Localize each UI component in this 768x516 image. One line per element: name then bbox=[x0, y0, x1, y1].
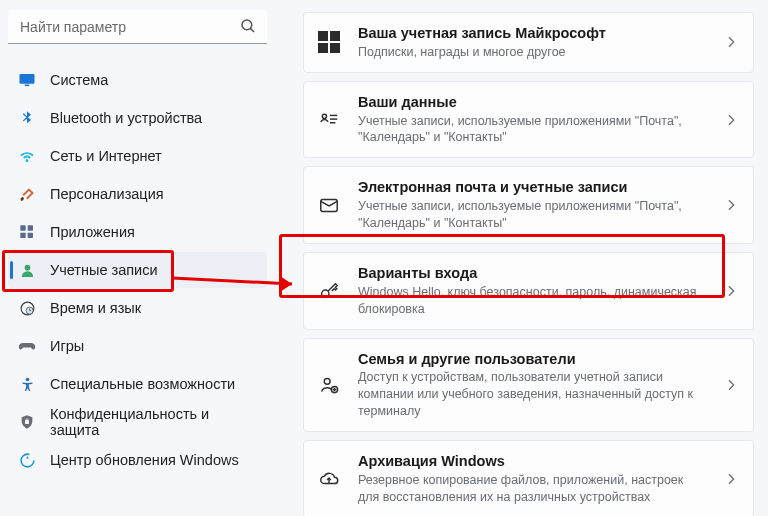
sidebar: Система Bluetooth и устройства Сеть и Ин… bbox=[0, 0, 275, 516]
card-subtitle: Доступ к устройствам, пользователи учетн… bbox=[358, 369, 705, 420]
svg-rect-4 bbox=[20, 225, 25, 230]
nav-label: Центр обновления Windows bbox=[50, 452, 239, 468]
nav-label: Приложения bbox=[50, 224, 135, 240]
svg-point-11 bbox=[25, 377, 29, 381]
id-card-icon bbox=[318, 109, 340, 131]
windows-update-icon bbox=[18, 451, 36, 469]
card-ms-account[interactable]: Ваша учетная запись Майкрософт Подписки,… bbox=[303, 12, 754, 73]
chevron-right-icon bbox=[723, 112, 739, 128]
card-title: Ваши данные bbox=[358, 93, 705, 112]
chevron-right-icon bbox=[723, 34, 739, 50]
chevron-right-icon bbox=[723, 197, 739, 213]
nav-label: Система bbox=[50, 72, 108, 88]
chevron-right-icon bbox=[723, 283, 739, 299]
svg-rect-2 bbox=[20, 74, 35, 84]
card-subtitle: Учетные записи, используемые приложениям… bbox=[358, 198, 705, 232]
cloud-backup-icon bbox=[318, 468, 340, 490]
nav-item-bluetooth[interactable]: Bluetooth и устройства bbox=[8, 100, 267, 136]
card-title: Семья и другие пользователи bbox=[358, 350, 705, 369]
nav-item-time[interactable]: Время и язык bbox=[8, 290, 267, 326]
nav-item-update[interactable]: Центр обновления Windows bbox=[8, 442, 267, 478]
bluetooth-icon bbox=[18, 109, 36, 127]
svg-rect-17 bbox=[318, 43, 328, 53]
svg-point-24 bbox=[322, 290, 329, 297]
nav-item-personalization[interactable]: Персонализация bbox=[8, 176, 267, 212]
person-icon bbox=[18, 261, 36, 279]
nav-label: Учетные записи bbox=[50, 262, 158, 278]
apps-icon bbox=[18, 223, 36, 241]
svg-point-8 bbox=[24, 264, 30, 270]
search-icon bbox=[239, 17, 257, 35]
wifi-icon bbox=[18, 147, 36, 165]
system-icon bbox=[18, 71, 36, 89]
svg-point-25 bbox=[324, 378, 330, 384]
nav-item-accessibility[interactable]: Специальные возможности bbox=[8, 366, 267, 402]
key-icon bbox=[318, 280, 340, 302]
nav-list: Система Bluetooth и устройства Сеть и Ин… bbox=[8, 62, 267, 478]
svg-point-19 bbox=[322, 114, 326, 118]
card-subtitle: Учетные записи, используемые приложениям… bbox=[358, 113, 705, 147]
card-subtitle: Резервное копирование файлов, приложений… bbox=[358, 472, 705, 506]
nav-label: Персонализация bbox=[50, 186, 164, 202]
nav-label: Игры bbox=[50, 338, 84, 354]
card-title: Варианты входа bbox=[358, 264, 705, 283]
svg-rect-16 bbox=[330, 31, 340, 41]
people-add-icon bbox=[318, 374, 340, 396]
card-signin-options[interactable]: Варианты входа Windows Hello, ключ безоп… bbox=[303, 252, 754, 330]
card-title: Электронная почта и учетные записи bbox=[358, 178, 705, 197]
accessibility-icon bbox=[18, 375, 36, 393]
svg-point-0 bbox=[242, 20, 252, 30]
gamepad-icon bbox=[18, 337, 36, 355]
svg-rect-18 bbox=[330, 43, 340, 53]
chevron-right-icon bbox=[723, 377, 739, 393]
svg-rect-3 bbox=[25, 85, 30, 87]
search-wrap bbox=[8, 10, 267, 44]
search-input[interactable] bbox=[8, 10, 267, 44]
card-family[interactable]: Семья и другие пользователи Доступ к уст… bbox=[303, 338, 754, 432]
svg-rect-7 bbox=[28, 233, 33, 238]
svg-rect-15 bbox=[318, 31, 328, 41]
nav-label: Время и язык bbox=[50, 300, 141, 316]
nav-item-gaming[interactable]: Игры bbox=[8, 328, 267, 364]
nav-item-network[interactable]: Сеть и Интернет bbox=[8, 138, 267, 174]
card-email-accounts[interactable]: Электронная почта и учетные записи Учетн… bbox=[303, 166, 754, 244]
globe-clock-icon bbox=[18, 299, 36, 317]
card-subtitle: Подписки, награды и многое другое bbox=[358, 44, 705, 61]
main-content: Ваша учетная запись Майкрософт Подписки,… bbox=[275, 0, 768, 516]
svg-rect-5 bbox=[28, 225, 33, 230]
mail-icon bbox=[318, 194, 340, 216]
card-title: Архивация Windows bbox=[358, 452, 705, 471]
card-backup[interactable]: Архивация Windows Резервное копирование … bbox=[303, 440, 754, 516]
chevron-right-icon bbox=[723, 471, 739, 487]
brush-icon bbox=[18, 185, 36, 203]
shield-icon bbox=[18, 413, 36, 431]
svg-rect-6 bbox=[20, 233, 25, 238]
card-title: Ваша учетная запись Майкрософт bbox=[358, 24, 705, 43]
nav-item-privacy[interactable]: Конфиденциальность и защита bbox=[8, 404, 267, 440]
nav-label: Конфиденциальность и защита bbox=[50, 406, 259, 438]
nav-item-system[interactable]: Система bbox=[8, 62, 267, 98]
svg-line-1 bbox=[250, 28, 254, 32]
nav-label: Сеть и Интернет bbox=[50, 148, 162, 164]
nav-item-accounts[interactable]: Учетные записи bbox=[8, 252, 267, 288]
nav-label: Специальные возможности bbox=[50, 376, 235, 392]
nav-item-apps[interactable]: Приложения bbox=[8, 214, 267, 250]
card-your-info[interactable]: Ваши данные Учетные записи, используемые… bbox=[303, 81, 754, 159]
svg-point-14 bbox=[21, 454, 34, 467]
nav-label: Bluetooth и устройства bbox=[50, 110, 202, 126]
card-subtitle: Windows Hello, ключ безопасности, пароль… bbox=[358, 284, 705, 318]
microsoft-icon bbox=[318, 31, 340, 53]
